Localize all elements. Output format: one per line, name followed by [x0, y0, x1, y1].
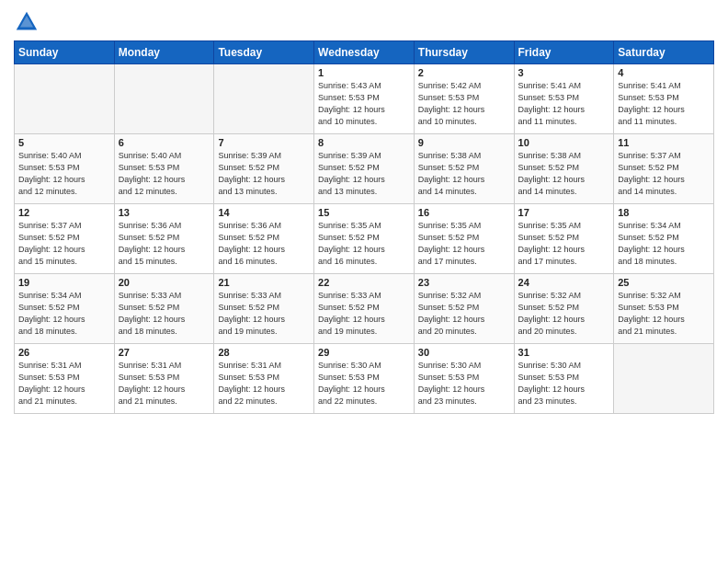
- calendar-cell: 7Sunrise: 5:39 AMSunset: 5:52 PMDaylight…: [214, 134, 314, 204]
- day-number: 11: [618, 137, 710, 148]
- day-info: Sunrise: 5:36 AMSunset: 5:52 PMDaylight:…: [119, 220, 210, 268]
- calendar-week-4: 19Sunrise: 5:34 AMSunset: 5:52 PMDayligh…: [15, 274, 714, 344]
- day-number: 16: [418, 207, 510, 218]
- day-info: Sunrise: 5:37 AMSunset: 5:52 PMDaylight:…: [618, 150, 710, 198]
- page-container: SundayMondayTuesdayWednesdayThursdayFrid…: [0, 0, 728, 423]
- calendar-cell: 12Sunrise: 5:37 AMSunset: 5:52 PMDayligh…: [15, 204, 115, 274]
- calendar-cell: 22Sunrise: 5:33 AMSunset: 5:52 PMDayligh…: [314, 274, 415, 344]
- day-number: 12: [18, 207, 110, 218]
- day-number: 26: [18, 347, 110, 358]
- day-info: Sunrise: 5:42 AMSunset: 5:53 PMDaylight:…: [418, 80, 510, 128]
- calendar-cell: 21Sunrise: 5:33 AMSunset: 5:52 PMDayligh…: [214, 274, 314, 344]
- calendar-week-5: 26Sunrise: 5:31 AMSunset: 5:53 PMDayligh…: [15, 344, 714, 414]
- calendar-cell: 30Sunrise: 5:30 AMSunset: 5:53 PMDayligh…: [414, 344, 514, 414]
- weekday-header-thursday: Thursday: [414, 41, 514, 64]
- day-number: 6: [119, 137, 210, 148]
- calendar-cell: 20Sunrise: 5:33 AMSunset: 5:52 PMDayligh…: [114, 274, 214, 344]
- day-info: Sunrise: 5:41 AMSunset: 5:53 PMDaylight:…: [518, 80, 610, 128]
- calendar-cell: 13Sunrise: 5:36 AMSunset: 5:52 PMDayligh…: [114, 204, 214, 274]
- day-info: Sunrise: 5:40 AMSunset: 5:53 PMDaylight:…: [119, 150, 210, 198]
- day-number: 24: [518, 277, 610, 288]
- calendar-cell: 14Sunrise: 5:36 AMSunset: 5:52 PMDayligh…: [214, 204, 314, 274]
- calendar-cell: 18Sunrise: 5:34 AMSunset: 5:52 PMDayligh…: [614, 204, 714, 274]
- day-number: 18: [618, 207, 710, 218]
- day-info: Sunrise: 5:32 AMSunset: 5:53 PMDaylight:…: [618, 290, 710, 338]
- day-info: Sunrise: 5:39 AMSunset: 5:52 PMDaylight:…: [318, 150, 410, 198]
- day-number: 25: [618, 277, 710, 288]
- day-number: 31: [518, 347, 610, 358]
- day-info: Sunrise: 5:34 AMSunset: 5:52 PMDaylight:…: [18, 290, 110, 338]
- day-info: Sunrise: 5:41 AMSunset: 5:53 PMDaylight:…: [618, 80, 710, 128]
- day-number: 3: [518, 67, 610, 78]
- calendar-cell: 27Sunrise: 5:31 AMSunset: 5:53 PMDayligh…: [114, 344, 214, 414]
- logo-icon: [14, 9, 40, 35]
- calendar-cell: 10Sunrise: 5:38 AMSunset: 5:52 PMDayligh…: [514, 134, 614, 204]
- calendar-cell: 2Sunrise: 5:42 AMSunset: 5:53 PMDaylight…: [414, 64, 514, 134]
- day-number: 4: [618, 67, 710, 78]
- day-info: Sunrise: 5:33 AMSunset: 5:52 PMDaylight:…: [218, 290, 310, 338]
- calendar-cell: 6Sunrise: 5:40 AMSunset: 5:53 PMDaylight…: [114, 134, 214, 204]
- day-number: 29: [318, 347, 410, 358]
- calendar-cell: 23Sunrise: 5:32 AMSunset: 5:52 PMDayligh…: [414, 274, 514, 344]
- calendar-cell: [214, 64, 314, 134]
- day-info: Sunrise: 5:35 AMSunset: 5:52 PMDaylight:…: [318, 220, 410, 268]
- day-info: Sunrise: 5:38 AMSunset: 5:52 PMDaylight:…: [418, 150, 510, 198]
- weekday-header-monday: Monday: [114, 41, 214, 64]
- day-number: 15: [318, 207, 410, 218]
- day-number: 9: [418, 137, 510, 148]
- calendar-week-2: 5Sunrise: 5:40 AMSunset: 5:53 PMDaylight…: [15, 134, 714, 204]
- day-info: Sunrise: 5:33 AMSunset: 5:52 PMDaylight:…: [318, 290, 410, 338]
- calendar-cell: 25Sunrise: 5:32 AMSunset: 5:53 PMDayligh…: [614, 274, 714, 344]
- day-number: 28: [218, 347, 310, 358]
- weekday-header-saturday: Saturday: [614, 41, 714, 64]
- calendar-cell: [15, 64, 115, 134]
- calendar-cell: 3Sunrise: 5:41 AMSunset: 5:53 PMDaylight…: [514, 64, 614, 134]
- calendar-cell: 1Sunrise: 5:43 AMSunset: 5:53 PMDaylight…: [314, 64, 415, 134]
- day-number: 30: [418, 347, 510, 358]
- calendar-cell: [114, 64, 214, 134]
- day-info: Sunrise: 5:32 AMSunset: 5:52 PMDaylight:…: [418, 290, 510, 338]
- day-number: 7: [218, 137, 310, 148]
- day-number: 17: [518, 207, 610, 218]
- calendar-cell: 31Sunrise: 5:30 AMSunset: 5:53 PMDayligh…: [514, 344, 614, 414]
- day-number: 1: [318, 67, 410, 78]
- day-number: 13: [119, 207, 210, 218]
- calendar-cell: 17Sunrise: 5:35 AMSunset: 5:52 PMDayligh…: [514, 204, 614, 274]
- weekday-header-friday: Friday: [514, 41, 614, 64]
- calendar-cell: 19Sunrise: 5:34 AMSunset: 5:52 PMDayligh…: [15, 274, 115, 344]
- day-info: Sunrise: 5:35 AMSunset: 5:52 PMDaylight:…: [518, 220, 610, 268]
- weekday-header-tuesday: Tuesday: [214, 41, 314, 64]
- day-info: Sunrise: 5:35 AMSunset: 5:52 PMDaylight:…: [418, 220, 510, 268]
- day-number: 5: [18, 137, 110, 148]
- day-number: 22: [318, 277, 410, 288]
- day-info: Sunrise: 5:37 AMSunset: 5:52 PMDaylight:…: [18, 220, 110, 268]
- day-info: Sunrise: 5:38 AMSunset: 5:52 PMDaylight:…: [518, 150, 610, 198]
- day-number: 27: [119, 347, 210, 358]
- day-info: Sunrise: 5:31 AMSunset: 5:53 PMDaylight:…: [119, 360, 210, 408]
- day-info: Sunrise: 5:43 AMSunset: 5:53 PMDaylight:…: [318, 80, 410, 128]
- calendar-cell: 9Sunrise: 5:38 AMSunset: 5:52 PMDaylight…: [414, 134, 514, 204]
- day-number: 19: [18, 277, 110, 288]
- logo: [14, 9, 43, 35]
- calendar-cell: 4Sunrise: 5:41 AMSunset: 5:53 PMDaylight…: [614, 64, 714, 134]
- weekday-header-sunday: Sunday: [15, 41, 115, 64]
- day-number: 2: [418, 67, 510, 78]
- day-info: Sunrise: 5:39 AMSunset: 5:52 PMDaylight:…: [218, 150, 310, 198]
- calendar-cell: 28Sunrise: 5:31 AMSunset: 5:53 PMDayligh…: [214, 344, 314, 414]
- day-info: Sunrise: 5:30 AMSunset: 5:53 PMDaylight:…: [418, 360, 510, 408]
- day-info: Sunrise: 5:40 AMSunset: 5:53 PMDaylight:…: [18, 150, 110, 198]
- day-info: Sunrise: 5:36 AMSunset: 5:52 PMDaylight:…: [218, 220, 310, 268]
- calendar-cell: 24Sunrise: 5:32 AMSunset: 5:52 PMDayligh…: [514, 274, 614, 344]
- calendar-cell: 5Sunrise: 5:40 AMSunset: 5:53 PMDaylight…: [15, 134, 115, 204]
- weekday-header-wednesday: Wednesday: [314, 41, 415, 64]
- header: [14, 9, 714, 35]
- calendar-cell: 16Sunrise: 5:35 AMSunset: 5:52 PMDayligh…: [414, 204, 514, 274]
- day-number: 20: [119, 277, 210, 288]
- day-info: Sunrise: 5:33 AMSunset: 5:52 PMDaylight:…: [119, 290, 210, 338]
- day-info: Sunrise: 5:31 AMSunset: 5:53 PMDaylight:…: [18, 360, 110, 408]
- calendar-cell: 29Sunrise: 5:30 AMSunset: 5:53 PMDayligh…: [314, 344, 415, 414]
- weekday-header-row: SundayMondayTuesdayWednesdayThursdayFrid…: [15, 41, 714, 64]
- day-info: Sunrise: 5:30 AMSunset: 5:53 PMDaylight:…: [518, 360, 610, 408]
- day-info: Sunrise: 5:34 AMSunset: 5:52 PMDaylight:…: [618, 220, 710, 268]
- calendar-cell: 15Sunrise: 5:35 AMSunset: 5:52 PMDayligh…: [314, 204, 415, 274]
